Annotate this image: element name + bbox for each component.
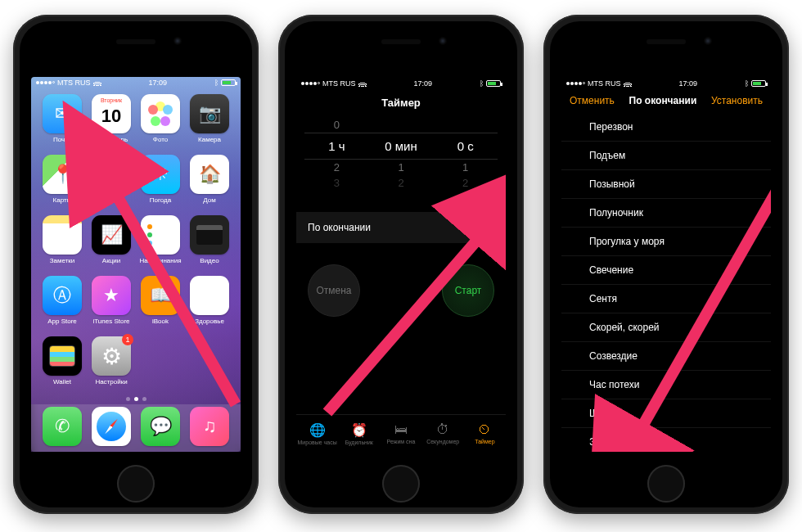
carrier-label: MTS RUS <box>57 79 91 87</box>
status-bar: MTS RUS 17:09 ᛒ <box>31 77 241 88</box>
wifi-icon <box>624 80 632 87</box>
nav-bar: Отменить По окончании Установить <box>561 90 771 111</box>
list-item[interactable]: Шелк <box>561 399 771 428</box>
battery-icon <box>486 80 501 87</box>
app-health[interactable]: ♥Здоровье <box>187 276 232 325</box>
dock-messages[interactable]: 💬 <box>138 407 182 446</box>
nav-title: По окончании <box>629 95 697 106</box>
app-video[interactable]: Видео <box>187 215 232 264</box>
dock-safari[interactable] <box>89 407 133 446</box>
list-item[interactable]: Прогулка у моря <box>561 228 771 256</box>
list-item[interactable]: Подъем <box>561 142 771 170</box>
tab-alarm[interactable]: ⏰Будильник <box>338 415 380 452</box>
app-itunes[interactable]: ★iTunes Store <box>89 276 133 325</box>
appstore-icon: Ⓐ <box>43 276 82 315</box>
app-calendar[interactable]: Вторник10Календарь <box>89 94 133 143</box>
list-item[interactable]: Перезвон <box>561 113 771 142</box>
list-item[interactable]: Полуночник <box>561 199 771 228</box>
clock-time: 17:09 <box>148 79 167 87</box>
app-notes[interactable]: Заметки <box>40 215 84 264</box>
dock-phone[interactable]: ✆ <box>40 407 84 446</box>
bluetooth-icon: ᛒ <box>214 79 219 87</box>
app-camera[interactable]: 📷Камера <box>187 94 232 143</box>
itunes-icon: ★ <box>92 276 131 315</box>
music-icon: ♫ <box>190 407 229 446</box>
list-item[interactable]: Скорей, скорей <box>561 313 771 342</box>
page-indicator <box>31 394 241 404</box>
status-bar: MTS RUS 17:09 ᛒ <box>561 77 771 90</box>
app-settings[interactable]: ⚙1Настройки <box>89 336 133 385</box>
when-ends-label: По окончании <box>308 222 371 233</box>
app-wallet[interactable]: Wallet <box>40 336 84 385</box>
nav-set-button[interactable]: Установить <box>711 95 763 106</box>
safari-icon <box>92 407 131 446</box>
phone-frame-2: MTS RUS 17:09 ᛒ Таймер 0 1 ч0 мин0 с 211… <box>278 15 524 514</box>
photos-icon <box>141 94 180 133</box>
list-item[interactable]: Час потехи <box>561 371 771 399</box>
app-weather[interactable]: ☀︎Погода <box>138 155 182 204</box>
bed-icon: 🛏 <box>394 422 408 437</box>
app-photos[interactable]: Фото <box>138 94 182 143</box>
list-item[interactable]: Сентя <box>561 285 771 313</box>
app-maps[interactable]: 📍Карты <box>40 155 84 204</box>
tab-bedtime[interactable]: 🛏Режим сна <box>380 415 421 452</box>
when-ends-value: Радар <box>459 222 488 233</box>
speaker-slot <box>381 39 421 44</box>
wifi-icon <box>358 80 367 87</box>
video-icon <box>190 215 229 255</box>
health-icon: ♥ <box>190 276 229 315</box>
home-button[interactable] <box>647 465 685 503</box>
calendar-icon: Вторник10 <box>92 94 131 133</box>
sounds-list[interactable]: Перезвон Подъем Позывной Полуночник Прог… <box>561 113 771 452</box>
mail-icon: ✉︎ <box>43 94 82 133</box>
timer-icon: ⏲ <box>478 422 491 437</box>
wallet-icon <box>43 336 82 376</box>
list-item[interactable]: Созвездие <box>561 342 771 371</box>
when-timer-ends-row[interactable]: По окончании Радар› <box>296 212 506 243</box>
sound-picker-screen: MTS RUS 17:09 ᛒ Отменить По окончании Ус… <box>561 77 771 452</box>
app-grid: ✉︎Почта Вторник10Календарь Фото 📷Камера … <box>31 88 241 394</box>
phone-icon: ✆ <box>43 407 82 446</box>
signal-dots-icon <box>36 81 55 84</box>
speaker-slot <box>116 39 155 44</box>
start-button[interactable]: Старт <box>442 264 494 317</box>
app-appstore[interactable]: ⒶApp Store <box>40 276 84 325</box>
alarm-icon: ⏰ <box>351 422 367 438</box>
nav-title: Таймер <box>296 90 506 117</box>
home-screen: MTS RUS 17:09 ᛒ ✉︎Почта Вторник10Календа… <box>31 77 241 452</box>
phone-frame-1: MTS RUS 17:09 ᛒ ✉︎Почта Вторник10Календа… <box>13 15 259 514</box>
dock-music[interactable]: ♫ <box>187 407 232 446</box>
tab-timer[interactable]: ⏲Таймер <box>464 415 506 452</box>
settings-icon: ⚙1 <box>92 336 131 376</box>
list-item[interactable]: Электросхема <box>561 428 771 452</box>
app-stocks[interactable]: 📈Акции <box>89 215 133 264</box>
speaker-slot <box>647 39 686 44</box>
clock-tabbar: 🌐Мировые часы ⏰Будильник 🛏Режим сна ⏱Сек… <box>296 414 506 452</box>
stopwatch-icon: ⏱ <box>436 422 449 437</box>
phone-frame-3: MTS RUS 17:09 ᛒ Отменить По окончании Ус… <box>543 15 789 514</box>
app-ibook[interactable]: 📖iBook <box>138 276 182 325</box>
status-bar: MTS RUS 17:09 ᛒ <box>296 77 506 90</box>
globe-icon: 🌐 <box>309 422 326 438</box>
home-button[interactable] <box>117 465 155 503</box>
app-home[interactable]: 🏠Дом <box>187 155 232 204</box>
stocks-icon: 📈 <box>92 215 131 255</box>
home-button[interactable] <box>382 465 420 503</box>
tab-world-clock[interactable]: 🌐Мировые часы <box>296 415 338 452</box>
nav-cancel-button[interactable]: Отменить <box>570 95 615 106</box>
cancel-button[interactable]: Отмена <box>308 264 360 317</box>
list-item[interactable]: Позывной <box>561 170 771 199</box>
timer-screen: MTS RUS 17:09 ᛒ Таймер 0 1 ч0 мин0 с 211… <box>296 77 506 452</box>
app-reminders[interactable]: Напоминания <box>138 215 182 264</box>
chevron-right-icon: › <box>491 222 494 233</box>
time-picker[interactable]: 0 1 ч0 мин0 с 211 322 <box>296 117 506 191</box>
settings-badge: 1 <box>122 334 133 345</box>
bluetooth-icon: ᛒ <box>480 79 484 88</box>
list-item[interactable]: Свечение <box>561 256 771 285</box>
front-camera <box>439 37 447 45</box>
maps-icon: 📍 <box>43 155 82 194</box>
app-mail[interactable]: ✉︎Почта <box>40 94 84 143</box>
ibook-icon: 📖 <box>141 276 180 315</box>
tab-stopwatch[interactable]: ⏱Секундомер <box>422 415 464 452</box>
app-clock[interactable]: Часы <box>89 155 133 204</box>
